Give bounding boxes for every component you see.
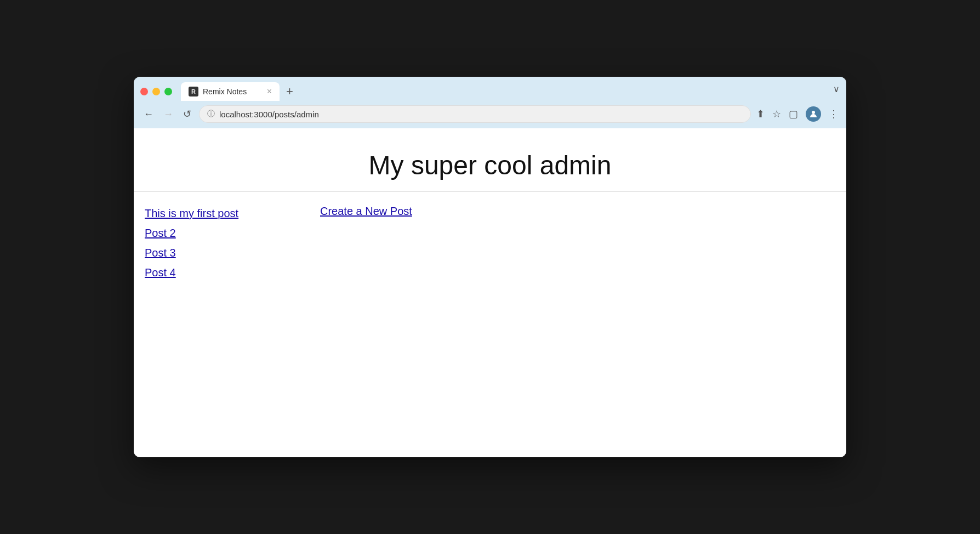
close-button[interactable] <box>140 88 148 95</box>
bookmark-icon[interactable]: ☆ <box>772 108 781 120</box>
post-link-1[interactable]: This is my first post <box>145 205 298 221</box>
create-new-post-link[interactable]: Create a New Post <box>320 205 412 218</box>
more-options-icon[interactable]: ⋮ <box>829 108 839 120</box>
page-body: This is my first post Post 2 Post 3 Post… <box>134 192 846 294</box>
forward-button[interactable]: → <box>161 106 175 122</box>
reload-button[interactable]: ↺ <box>181 106 193 122</box>
post-link-3[interactable]: Post 3 <box>145 245 298 261</box>
active-tab[interactable]: R Remix Notes × <box>181 82 280 101</box>
profile-icon[interactable] <box>806 106 821 122</box>
sidebar-icon[interactable]: ▢ <box>789 108 798 120</box>
tab-favicon: R <box>189 87 198 96</box>
post-link-2[interactable]: Post 2 <box>145 225 298 241</box>
browser-chrome: R Remix Notes × + ∨ ← → ↺ ⓘ localhost:30… <box>134 77 846 128</box>
tab-bar: R Remix Notes × + ∨ <box>134 77 846 101</box>
page-header: My super cool admin <box>134 128 846 192</box>
tab-close-button[interactable]: × <box>267 87 272 96</box>
traffic-lights <box>140 88 172 95</box>
url-text: localhost:3000/posts/admin <box>219 110 319 119</box>
new-tab-button[interactable]: + <box>286 84 293 99</box>
browser-window: R Remix Notes × + ∨ ← → ↺ ⓘ localhost:30… <box>134 77 846 457</box>
share-icon[interactable]: ⬆ <box>756 108 765 120</box>
page-title: My super cool admin <box>145 150 835 180</box>
tab-title: Remix Notes <box>203 87 263 96</box>
actions-panel: Create a New Post <box>320 205 412 281</box>
minimize-button[interactable] <box>152 88 160 95</box>
tab-dropdown-button[interactable]: ∨ <box>833 84 840 100</box>
back-button[interactable]: ← <box>141 106 156 122</box>
address-bar[interactable]: ⓘ localhost:3000/posts/admin <box>199 105 751 123</box>
security-icon: ⓘ <box>207 109 215 119</box>
posts-list: This is my first post Post 2 Post 3 Post… <box>145 205 298 281</box>
maximize-button[interactable] <box>164 88 172 95</box>
post-link-4[interactable]: Post 4 <box>145 264 298 281</box>
address-bar-row: ← → ↺ ⓘ localhost:3000/posts/admin ⬆ ☆ ▢… <box>134 101 846 128</box>
svg-point-0 <box>812 111 815 114</box>
toolbar-icons: ⬆ ☆ ▢ ⋮ <box>756 106 839 122</box>
browser-content: My super cool admin This is my first pos… <box>134 128 846 457</box>
